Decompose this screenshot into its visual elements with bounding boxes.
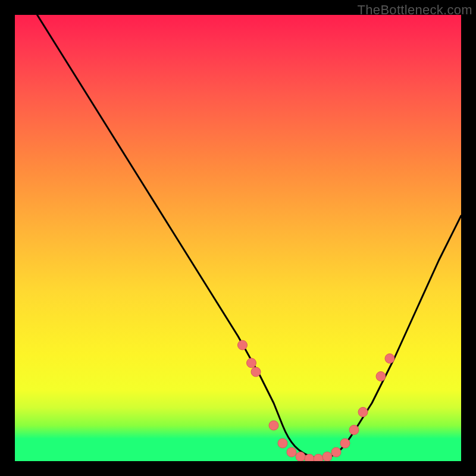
svg-point-3 (269, 421, 278, 430)
svg-point-1 (247, 358, 256, 368)
svg-point-9 (322, 452, 332, 462)
svg-point-6 (296, 452, 305, 462)
watermark-text: TheBottleneck.com (358, 2, 472, 18)
curve-markers (15, 15, 461, 461)
svg-point-15 (385, 354, 394, 364)
svg-point-4 (278, 439, 287, 448)
svg-point-5 (287, 447, 296, 457)
svg-point-10 (331, 447, 341, 457)
svg-point-12 (349, 425, 359, 435)
svg-point-13 (358, 408, 368, 417)
svg-point-14 (376, 372, 386, 381)
svg-point-7 (305, 454, 314, 461)
chart-frame (15, 15, 461, 461)
svg-point-11 (340, 439, 350, 448)
svg-point-8 (314, 454, 323, 461)
svg-point-0 (238, 340, 248, 350)
svg-point-2 (251, 367, 261, 377)
